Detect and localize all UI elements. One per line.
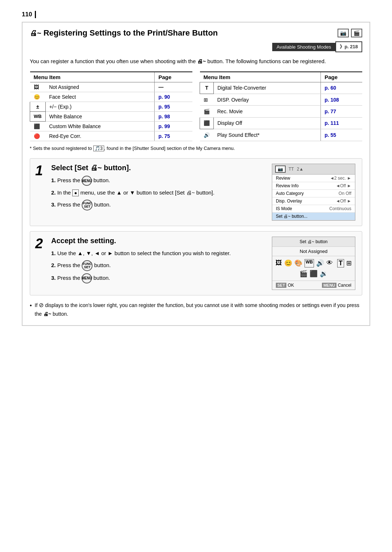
screen2-actions: SET OK MENU Cancel	[272, 281, 355, 290]
page-cell: —	[155, 82, 192, 92]
icon-not-assigned: 🖼	[275, 259, 282, 267]
table-row: 🎬 Rec. Movie p. 77	[200, 106, 363, 117]
section-title: 🖨~ Registering Settings to the Print/Sha…	[30, 28, 362, 38]
step1-body: 1. Press the MENU button. 2. In the ● me…	[51, 176, 266, 210]
screen2-icons: 🖼 😊 🎨 WB 🔊 👁 T ⊞ 🎬 ⬛ 🔉	[272, 256, 355, 281]
right-table-header-page: Page	[321, 72, 362, 82]
left-table-header-item: Menu Item	[30, 72, 155, 82]
step1-section: 1 Select [Set 🖨~ button]. 1. Press the M…	[30, 158, 362, 226]
menu-button-step1-1: MENU	[82, 176, 92, 186]
right-table-header-item: Menu Item	[200, 72, 321, 82]
menu-table-left: Menu Item Page 🖼 Not Assigned — 😊 Face S…	[30, 71, 192, 141]
page-cell: p. 98	[155, 111, 192, 121]
bullet-text: If ⊘ displays to the icon's lower right,…	[35, 300, 362, 318]
page-cell: p. 55	[321, 129, 362, 141]
table-row: 😊 Face Select p. 90	[30, 92, 193, 102]
screen2-current: Not Assigned	[272, 247, 355, 256]
icon-cell: T	[200, 82, 214, 94]
func-button-step2-2: FUNCSET	[82, 260, 93, 271]
menu-button-step2-3: MENU	[82, 273, 92, 283]
page-number: 110	[22, 11, 36, 18]
shooting-modes-page: 》p. 218	[335, 41, 362, 52]
page-cell: p. 77	[321, 106, 362, 117]
item-cell: Red-Eye Corr.	[45, 131, 155, 141]
item-cell: Rec. Movie	[214, 106, 321, 117]
step2-body: 1. Use the ▲, ▼, ◄ or ► button to select…	[51, 249, 266, 283]
intro-text: You can register a function that you oft…	[30, 57, 362, 66]
page-cell: p. 95	[155, 102, 192, 111]
icon-cell: 🔴	[30, 131, 46, 141]
item-cell: DISP. Overlay	[214, 94, 321, 105]
table-row: 🔊 Play Sound Effect* p. 55	[200, 129, 363, 141]
table-row: WB White Balance p. 98	[30, 111, 193, 121]
icon-cell: ±	[30, 102, 46, 111]
page-cell: p. 90	[155, 92, 192, 102]
icon-red-eye: 👁	[326, 259, 333, 267]
page-cell: p. 60	[321, 82, 362, 94]
item-cell: Face Select	[45, 92, 155, 102]
icon-cell: WB	[30, 111, 46, 121]
step2-number: 2	[35, 237, 45, 250]
title-text: Registering Settings to the Print/Share …	[44, 28, 218, 38]
icon-face-select: 😊	[284, 259, 292, 267]
item-cell: White Balance	[45, 111, 155, 121]
func-button-step1-3: FUNCSET	[82, 200, 93, 210]
cancel-label: Cancel	[338, 283, 351, 288]
screen-row-ismode: IS ModeContinuous	[272, 205, 355, 213]
screen-row-reviewinfo: Review Info◄Off ►	[272, 182, 355, 190]
item-cell: Play Sound Effect*	[214, 129, 321, 141]
screen-row-dispoverlay: Disp. Overlay◄Off ►	[272, 197, 355, 205]
table-row: T Digital Tele-Converter p. 60	[200, 82, 363, 94]
main-section: 🖨~ Registering Settings to the Print/Sha…	[22, 22, 370, 326]
icon-cell: ⬛	[30, 121, 46, 131]
icon-cell: 🔊	[200, 129, 214, 141]
item-cell: Not Assigned	[45, 82, 155, 92]
shooting-modes-label: Available Shooting Modes	[272, 43, 335, 51]
video-mode-icon: 🎬	[351, 29, 362, 37]
shooting-modes-bar: Available Shooting Modes 》p. 218	[30, 41, 362, 52]
icon-disp-overlay: ⊞	[346, 259, 352, 267]
icon-sound: 🔊	[316, 259, 324, 267]
step2-title: Accept the setting.	[51, 237, 266, 245]
bullet-icon: •	[30, 301, 32, 318]
screen-row-review: Review◄2 sec. ►	[272, 175, 355, 182]
item-cell: +/− (Exp.)	[45, 102, 155, 111]
footnote: * Sets the sound registered to 🎵3, found…	[30, 145, 362, 152]
item-cell: Display Off	[214, 117, 321, 129]
step1-number: 1	[35, 164, 45, 177]
item-cell: Digital Tele-Converter	[214, 82, 321, 94]
screen2-title: Set 🖨~ button	[272, 237, 355, 247]
icon-custom-wb: 🎨	[294, 259, 302, 267]
table-row: ⊞ DISP. Overlay p. 108	[200, 94, 363, 105]
screen-row-setbutton: Set 🖨~ button...	[272, 213, 355, 220]
ok-label: OK	[288, 283, 294, 288]
icon-tele: T	[337, 259, 344, 267]
page-cell: p. 75	[155, 131, 192, 141]
step2-section: 2 Accept the setting. 1. Use the ▲, ▼, ◄…	[30, 231, 362, 295]
screen-row-autocategory: Auto CategoryOn Off	[272, 190, 355, 197]
camera-mode-icon: 📷	[338, 29, 349, 37]
icon-rec-movie: 🎬	[299, 270, 307, 278]
table-row: ± +/− (Exp.) p. 95	[30, 102, 193, 111]
left-table-header-page: Page	[155, 72, 192, 82]
table-row: 🖼 Not Assigned —	[30, 82, 193, 92]
icon-cell: 🖼	[30, 82, 46, 92]
menu-table-right: Menu Item Page T Digital Tele-Converter …	[200, 71, 362, 141]
table-row: 🔴 Red-Eye Corr. p. 75	[30, 131, 193, 141]
table-row: ⬛ Custom White Balance p. 99	[30, 121, 193, 131]
icon-cell: 🎬	[200, 106, 214, 117]
print-button-inline-icon: 🖨~	[197, 58, 206, 64]
bullet-note: • If ⊘ displays to the icon's lower righ…	[30, 300, 362, 318]
page-cell: p. 99	[155, 121, 192, 131]
icon-play-sound: 🔉	[320, 270, 328, 278]
item-cell: Custom White Balance	[45, 121, 155, 131]
menu-key: MENU	[322, 283, 336, 288]
table-row: ⬛ Display Off p. 111	[200, 117, 363, 129]
step2-screen: Set 🖨~ button Not Assigned 🖼 😊 🎨 WB 🔊 👁 …	[272, 237, 355, 290]
icon-cell: ⬛	[200, 117, 214, 129]
page-cell: p. 108	[321, 94, 362, 105]
icon-cell: 😊	[30, 92, 46, 102]
step1-screen: 📷 TT 2▲ Review◄2 sec. ► Review Info◄Off …	[272, 164, 355, 221]
page-cell: p. 111	[321, 117, 362, 129]
print-icon: 🖨~	[30, 29, 41, 37]
